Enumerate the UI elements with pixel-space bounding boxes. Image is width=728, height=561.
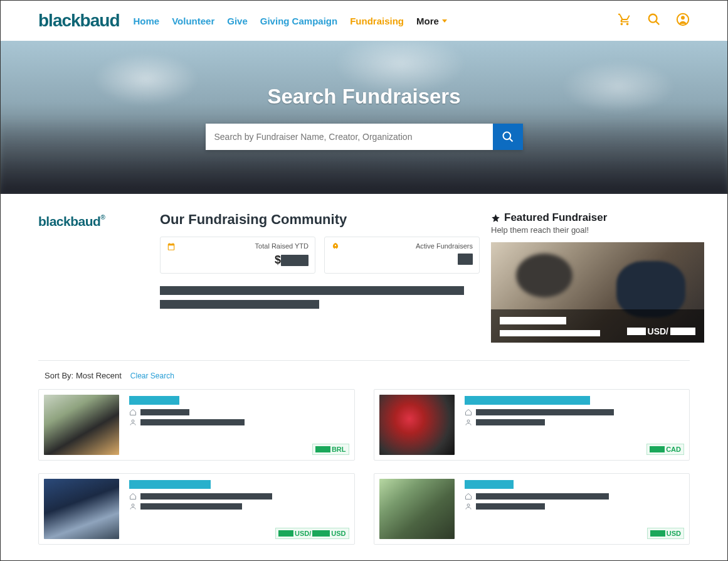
fundraiser-card[interactable]: CAD [374,389,690,461]
community-column: Our Fundraising Community Total Raised Y… [160,211,480,343]
house-icon [465,493,472,500]
search-icon[interactable] [647,13,661,29]
featured-title: Featured Fundraiser [491,211,704,224]
main-content: blackbaud® Our Fundraising Community Tot… [1,194,727,545]
card-title [465,480,514,489]
community-description [160,286,480,309]
nav-volunteer[interactable]: Volunteer [172,16,214,26]
hero-banner: Search Fundraisers [1,41,727,194]
svg-point-3 [681,16,685,19]
house-icon [465,409,472,416]
nav-more-label: More [416,16,439,26]
card-thumbnail [379,395,455,455]
stat-active-fundraisers: Active Fundraisers [324,237,480,274]
raised-badge: USD [647,528,684,539]
featured-column: Featured Fundraiser Help them reach thei… [491,211,704,343]
featured-card[interactable]: USD/ [491,242,704,343]
sort-label: Sort By: Most Recent [45,371,122,380]
stat-label: Active Fundraisers [331,242,473,250]
featured-subtitle: Help them reach their goal! [491,225,704,235]
nav-fundraising[interactable]: Fundraising [350,16,404,26]
stat-value [331,254,473,265]
org-brand: blackbaud® [38,211,149,343]
featured-name [500,317,566,324]
section-divider [38,360,690,361]
brand-logo[interactable]: blackbaud [38,11,119,31]
card-title [465,396,590,405]
cart-icon[interactable] [617,13,632,29]
search-input[interactable] [206,124,493,150]
card-creator [465,419,685,426]
svg-point-4 [503,132,510,140]
raised-badge: CAD [646,444,684,455]
community-grid: blackbaud® Our Fundraising Community Tot… [38,211,690,343]
svg-line-5 [509,139,512,142]
fundraiser-card[interactable]: BRL [38,389,355,461]
user-icon [129,419,137,426]
raised-badge: BRL [312,444,349,455]
svg-point-7 [467,420,470,422]
card-thumbnail [379,479,455,539]
stat-value: $ [167,254,309,267]
house-icon [129,493,137,500]
primary-nav: Home Volunteer Give Giving Campaign Fund… [133,16,446,26]
card-creator [465,503,685,510]
svg-line-1 [656,21,660,25]
calendar-icon [167,242,176,254]
card-org [465,409,685,416]
clear-search-link[interactable]: Clear Search [130,371,174,380]
fundraiser-card[interactable]: USD [374,473,690,545]
card-creator [129,419,349,426]
fundraiser-grid: BRL CAD [38,389,690,545]
house-icon [129,409,137,416]
card-title [129,480,211,489]
caret-down-icon [442,19,447,23]
featured-goal: USD/ [627,326,695,336]
top-nav-left: blackbaud Home Volunteer Give Giving Cam… [38,11,447,31]
search-icon [502,131,514,143]
sort-row: Sort By: Most Recent Clear Search [38,368,690,387]
svg-point-6 [132,420,134,422]
account-icon[interactable] [676,13,690,29]
community-heading: Our Fundraising Community [160,211,480,228]
top-nav: blackbaud Home Volunteer Give Giving Cam… [1,1,727,41]
stat-total-raised: Total Raised YTD $ [160,237,315,274]
nav-giving-campaign[interactable]: Giving Campaign [260,16,337,26]
nav-give[interactable]: Give [227,16,248,26]
user-icon [129,503,137,510]
svg-point-8 [132,504,134,506]
card-creator [129,503,349,510]
svg-point-0 [649,14,657,23]
rocket-icon [331,242,340,254]
nav-more[interactable]: More [416,16,447,26]
user-icon [465,419,472,426]
featured-overlay: USD/ [491,309,704,343]
svg-point-9 [467,504,470,506]
featured-org [500,330,600,336]
top-nav-right [617,13,690,29]
card-org [129,493,349,500]
user-icon [465,503,472,510]
card-thumbnail [44,395,119,455]
card-org [465,493,685,500]
star-icon [491,213,500,223]
stats-row: Total Raised YTD $ Active Fundraisers [160,237,480,274]
stat-label: Total Raised YTD [167,242,309,250]
hero-title: Search Fundraisers [267,85,460,109]
nav-home[interactable]: Home [133,16,159,26]
card-title [129,396,179,405]
search-bar [206,124,523,150]
card-thumbnail [44,479,119,539]
fundraiser-card[interactable]: USD/ USD [38,473,355,545]
search-submit-button[interactable] [493,124,523,150]
card-org [129,409,349,416]
raised-badge: USD/ USD [275,528,349,539]
